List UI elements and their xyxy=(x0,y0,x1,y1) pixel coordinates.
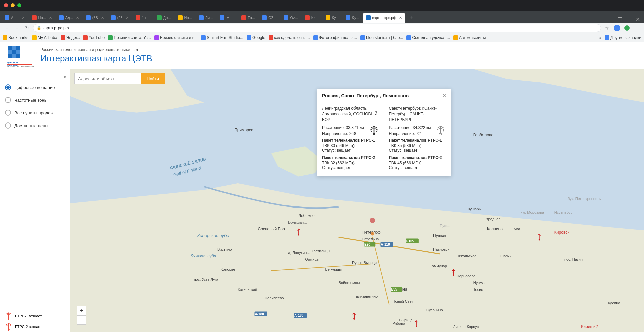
tab-close-icon[interactable]: ✕ xyxy=(20,16,25,20)
tab-label: Ки... xyxy=(311,16,319,20)
browser-nav-bar: ← → ↻ 🔒 карта.ртрс.рф ☆ ⋮ xyxy=(0,23,644,33)
browser-tab[interactable]: 1 к... xyxy=(132,13,153,23)
radio-prices[interactable] xyxy=(5,122,11,129)
browser-tab[interactable]: (23 ✕ xyxy=(108,13,132,23)
browser-tab[interactable]: Mc... xyxy=(216,13,238,23)
tab-label: Ку... xyxy=(352,16,359,20)
svg-rect-4 xyxy=(12,50,16,54)
svg-text:Стрельна: Стрельна xyxy=(362,237,379,241)
more-options-btn[interactable]: ⋮ xyxy=(633,24,641,32)
bookmark-item[interactable]: blog.stanis.ru | бло... xyxy=(360,35,403,40)
svg-point-125 xyxy=(371,232,374,235)
bookmark-label: Фотография польз... xyxy=(319,35,357,40)
zoom-out-button[interactable]: − xyxy=(77,315,86,325)
browser-tab[interactable]: Fa... xyxy=(238,13,258,23)
bookmark-item[interactable]: Smilart Fan Studio... xyxy=(201,35,243,40)
sidebar-item-frequency[interactable]: Частотные зоны xyxy=(0,94,70,106)
back-button[interactable]: ← xyxy=(3,24,11,32)
tab-close-icon[interactable]: ✕ xyxy=(75,16,79,20)
tab-close-icon[interactable]: ✕ xyxy=(100,16,104,20)
collapse-sidebar-btn[interactable]: « xyxy=(64,74,67,80)
minimize-window-btn[interactable] xyxy=(11,3,15,7)
close-btn[interactable]: ✕ xyxy=(636,16,640,23)
svg-text:Войсковицы: Войсковицы xyxy=(339,281,360,285)
tab-favicon xyxy=(262,15,267,20)
sidebar-item-prices[interactable]: Доступные цены xyxy=(0,119,70,132)
tab-label: Но... xyxy=(38,16,46,20)
sidebar-toggle[interactable]: « xyxy=(0,72,70,81)
browser-tab[interactable]: Ин... xyxy=(175,13,195,23)
browser-tab[interactable]: Oz... xyxy=(280,13,301,23)
bookmark-item[interactable]: Кризис физики и в... xyxy=(154,35,198,40)
svg-text:Кириши?: Кириши? xyxy=(581,324,598,329)
svg-text:Мга: Мга xyxy=(514,227,520,231)
svg-text:Оржицы: Оржицы xyxy=(305,257,319,261)
map-search-input[interactable] xyxy=(74,73,141,84)
radio-frequency[interactable] xyxy=(5,97,11,103)
bookmark-item[interactable]: Складная удочка -... xyxy=(406,35,450,40)
right-antenna-icon[interactable] xyxy=(435,125,446,136)
bookmark-item[interactable]: как сделать ссыл... xyxy=(269,35,310,40)
browser-tab[interactable]: До... xyxy=(153,13,174,23)
sidebar-label-prices: Доступные цены xyxy=(14,123,48,128)
popup-right-pkg1-title: Пакет телеканалов РТРС-1 xyxy=(389,138,446,143)
map-search-area: Найти xyxy=(74,73,165,84)
forward-button[interactable]: → xyxy=(13,24,21,32)
maximize-window-btn[interactable] xyxy=(17,3,21,7)
browser-tab[interactable]: OZ... xyxy=(259,13,280,23)
radio-sales[interactable] xyxy=(5,110,11,116)
address-bar[interactable]: 🔒 карта.ртрс.рф xyxy=(33,24,601,32)
bookmark-item[interactable]: Яндекс xyxy=(61,35,80,40)
new-tab-button[interactable]: + xyxy=(407,13,416,23)
browser-tab[interactable]: Ад... ✕ xyxy=(56,13,82,23)
svg-line-22 xyxy=(9,323,11,325)
header-title: Интерактивная карта ЦЭТВ xyxy=(40,53,152,64)
popup-left-pkg1: Пакет телеканалов РТРС-1 ТВК 30 (546 МГц… xyxy=(322,138,379,153)
browser-tab[interactable]: Ан... ✕ xyxy=(1,13,28,23)
sidebar-item-digital[interactable]: Цифровое вещание xyxy=(0,81,70,94)
restore-window-btn[interactable]: ❐ xyxy=(618,16,622,23)
svg-text:Нурма: Нурма xyxy=(473,281,485,285)
bookmark-star-btn[interactable]: ☆ xyxy=(602,24,611,32)
bookmark-item[interactable]: YouTube xyxy=(83,35,105,40)
bookmark-favicon xyxy=(61,35,65,40)
close-window-btn[interactable] xyxy=(4,3,8,7)
bookmark-item[interactable]: Позиции сайта: Уз... xyxy=(108,35,151,40)
bookmark-item[interactable]: Google xyxy=(247,35,265,40)
bookmark-item[interactable]: Bookmarks xyxy=(3,35,28,40)
zoom-in-button[interactable]: + xyxy=(77,306,86,315)
bookmark-favicon xyxy=(269,35,273,40)
bookmark-item[interactable]: Фотография польз... xyxy=(313,35,357,40)
bookmarks-overflow[interactable]: » xyxy=(599,35,601,40)
browser-tab-active[interactable]: карта.ртрс.рф ✕ xyxy=(363,13,406,23)
extensions-btn[interactable] xyxy=(613,24,621,32)
other-bookmarks-item[interactable]: Другие закладки xyxy=(605,35,641,40)
browser-tab[interactable]: Ку... xyxy=(322,13,342,23)
bookmark-item[interactable]: Автомагазины xyxy=(453,35,486,40)
tab-favicon xyxy=(346,15,350,20)
tab-close-icon[interactable]: ✕ xyxy=(398,16,402,20)
sidebar-item-sales[interactable]: Все пункты продаж xyxy=(0,106,70,119)
tab-favicon xyxy=(326,15,330,20)
tab-close-icon[interactable]: ✕ xyxy=(48,16,52,20)
map-container[interactable]: Финский залив Gulf of Finland Копорская … xyxy=(70,69,644,332)
reload-button[interactable]: ↻ xyxy=(23,24,31,32)
site-logo: ЦИФРОВОЕ ЭФИРНОЕ ТЕЛЕВИДЕНИЕ ФЕДЕРАЛЬНАЯ… xyxy=(7,44,34,67)
browser-tab[interactable]: Ки... xyxy=(302,13,322,23)
radio-digital[interactable] xyxy=(5,84,11,90)
bookmark-label: Яндекс xyxy=(66,35,80,40)
browser-tab[interactable]: (83 ✕ xyxy=(83,13,107,23)
popup-right-pkg1-status: Статус: вещает xyxy=(389,148,446,153)
tab-close-icon[interactable]: ✕ xyxy=(124,16,129,20)
bookmark-item[interactable]: My Alibaba xyxy=(32,35,57,40)
minimize-btn[interactable]: — xyxy=(626,17,632,23)
popup-close-button[interactable]: × xyxy=(443,93,446,99)
map-search-button[interactable]: Найти xyxy=(141,73,165,84)
left-antenna-icon[interactable] xyxy=(369,125,379,136)
profile-btn[interactable] xyxy=(623,24,631,32)
bookmark-favicon xyxy=(154,35,159,40)
browser-tab[interactable]: Но... ✕ xyxy=(28,13,55,23)
browser-tab[interactable]: Ли... xyxy=(196,13,216,23)
browser-tab[interactable]: Ку... xyxy=(342,13,362,23)
tab-label: Mc... xyxy=(226,16,234,20)
